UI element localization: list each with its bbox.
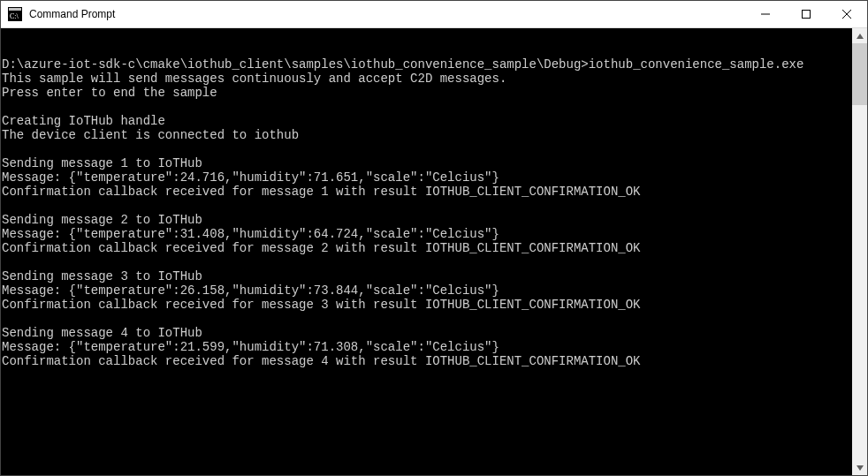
command-text: iothub_convenience_sample.exe — [589, 57, 804, 72]
prompt-line: D:\azure-iot-sdk-c\cmake\iothub_client\s… — [2, 57, 852, 72]
cmd-icon: C:\ — [8, 7, 22, 21]
blank-line — [2, 312, 852, 326]
minimize-button[interactable] — [745, 1, 786, 27]
output-line: Sending message 3 to IoTHub — [2, 269, 852, 283]
output-line: Sending message 1 to IoTHub — [2, 156, 852, 170]
output-line: Press enter to end the sample — [2, 86, 852, 100]
terminal-output[interactable]: D:\azure-iot-sdk-c\cmake\iothub_client\s… — [1, 28, 852, 475]
svg-rect-4 — [803, 11, 811, 19]
prompt-path: D:\azure-iot-sdk-c\cmake\iothub_client\s… — [2, 57, 589, 72]
blank-line — [2, 255, 852, 269]
output-line: Confirmation callback received for messa… — [2, 298, 852, 312]
scroll-down-arrow-icon[interactable] — [852, 460, 867, 475]
svg-text:C:\: C:\ — [10, 12, 19, 20]
blank-line — [2, 199, 852, 213]
maximize-button[interactable] — [786, 1, 826, 27]
window-title: Command Prompt — [27, 8, 745, 20]
output-line: Sending message 2 to IoTHub — [2, 213, 852, 227]
output-line: Confirmation callback received for messa… — [2, 354, 852, 368]
blank-line — [2, 142, 852, 156]
output-line: Message: {"temperature":26.158,"humidity… — [2, 283, 852, 298]
vertical-scrollbar[interactable] — [852, 28, 867, 475]
blank-line — [2, 100, 852, 114]
output-line: Sending message 4 to IoTHub — [2, 326, 852, 340]
output-line: Message: {"temperature":24.716,"humidity… — [2, 170, 852, 185]
close-button[interactable] — [826, 1, 867, 27]
scroll-up-arrow-icon[interactable] — [852, 28, 867, 43]
scrollbar-track[interactable] — [852, 43, 867, 460]
terminal-container: D:\azure-iot-sdk-c\cmake\iothub_client\s… — [1, 28, 867, 475]
output-line: This sample will send messages continuou… — [2, 72, 852, 86]
output-line: Message: {"temperature":31.408,"humidity… — [2, 227, 852, 241]
output-line: Confirmation callback received for messa… — [2, 185, 852, 199]
window-controls — [745, 1, 867, 27]
svg-rect-1 — [9, 8, 21, 11]
window-titlebar: C:\ Command Prompt — [1, 1, 867, 28]
output-line: Confirmation callback received for messa… — [2, 241, 852, 255]
output-line: Creating IoTHub handle — [2, 114, 852, 128]
scrollbar-thumb[interactable] — [852, 43, 867, 105]
output-line: The device client is connected to iothub — [2, 128, 852, 142]
output-line: Message: {"temperature":21.599,"humidity… — [2, 340, 852, 354]
